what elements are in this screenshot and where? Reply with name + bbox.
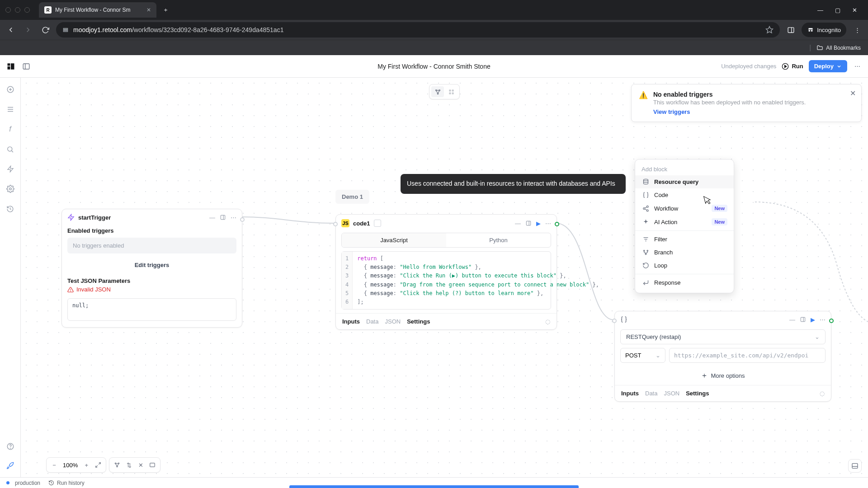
port-in[interactable] — [333, 222, 338, 226]
zoom-out-button[interactable]: − — [48, 460, 60, 470]
address-bar[interactable]: moodjoy1.retool.com/workflows/323cd092-8… — [56, 22, 780, 38]
node-more-button[interactable]: ⋯ — [545, 220, 551, 227]
view-flow-button[interactable] — [431, 86, 444, 97]
json-params-input[interactable]: null; — [67, 298, 236, 321]
footer-data[interactable]: Data — [366, 318, 378, 325]
svg-rect-9 — [8, 66, 10, 70]
rail-settings-button[interactable] — [6, 184, 15, 193]
resource-select[interactable]: RESTQuery (restapi) ⌄ — [620, 329, 826, 344]
rail-add-button[interactable] — [6, 85, 15, 94]
menu-item-label: Resource query — [654, 178, 698, 185]
window-close-icon[interactable]: ✕ — [852, 7, 857, 14]
minimap-button[interactable] — [146, 460, 158, 470]
reload-button[interactable] — [39, 23, 52, 36]
svg-point-44 — [646, 210, 648, 211]
menu-ai-action[interactable]: AI Action New — [635, 215, 734, 229]
forward-button[interactable] — [22, 23, 34, 36]
url-input[interactable]: https://example_site.com/api/v2/endpoi — [669, 348, 826, 363]
svg-point-6 — [809, 30, 811, 32]
menu-loop[interactable]: Loop — [635, 259, 734, 272]
bottom-right-panel-button[interactable] — [848, 459, 862, 473]
menu-filter[interactable]: Filter — [635, 233, 734, 246]
footer-inputs[interactable]: Inputs — [621, 390, 639, 397]
node-panel-button[interactable] — [525, 220, 532, 226]
node-more-button[interactable]: ⋯ — [820, 316, 826, 323]
new-tab-button[interactable]: ＋ — [159, 4, 172, 16]
query-node[interactable]: — ▶ ⋯ RESTQuery (restapi) ⌄ POST ⌄ https… — [614, 311, 831, 402]
toggle-sidebar-button[interactable] — [22, 62, 31, 71]
http-method-select[interactable]: POST ⌄ — [620, 348, 665, 363]
run-button[interactable]: Run — [782, 63, 803, 70]
menu-item-label: Loop — [654, 262, 667, 269]
port-in[interactable] — [612, 319, 617, 323]
tab-favicon: R — [44, 6, 52, 14]
rail-blocks-button[interactable] — [6, 105, 15, 114]
rail-help-button[interactable] — [6, 442, 15, 451]
notif-close-button[interactable]: ✕ — [850, 89, 856, 98]
window-minimize-icon[interactable]: — — [817, 7, 823, 14]
footer-settings[interactable]: Settings — [407, 318, 430, 325]
node-panel-button[interactable] — [800, 316, 806, 323]
node-run-button[interactable]: ▶ — [536, 220, 541, 227]
node-collapse-button[interactable]: — — [515, 220, 521, 227]
svg-point-43 — [643, 207, 645, 209]
more-options-button[interactable]: ＋ More options — [615, 366, 831, 385]
node-collapse-button[interactable]: — — [789, 316, 795, 323]
node-panel-button[interactable] — [220, 214, 226, 221]
zoom-in-button[interactable]: + — [80, 460, 92, 470]
svg-rect-4 — [788, 27, 794, 32]
port-out[interactable] — [240, 217, 245, 222]
tab-javascript[interactable]: JavaScript — [342, 233, 446, 247]
group-label[interactable]: Demo 1 — [335, 190, 369, 204]
footer-data[interactable]: Data — [645, 390, 657, 397]
status-run-history[interactable]: Run history — [48, 480, 85, 486]
back-button[interactable] — [5, 23, 17, 36]
footer-inputs[interactable]: Inputs — [342, 318, 360, 325]
notif-link[interactable]: View triggers — [653, 108, 690, 115]
site-settings-icon[interactable] — [62, 27, 69, 33]
bookmark-star-icon[interactable] — [765, 26, 774, 34]
arrange-button[interactable]: ⇅ — [123, 460, 135, 470]
code-editor[interactable]: 123456 return [ { message: "Hello from W… — [341, 251, 551, 310]
code-node[interactable]: JS code1 — ▶ ⋯ JavaScript Python 123456 … — [335, 214, 557, 330]
clear-button[interactable]: ✕ — [135, 460, 146, 470]
menu-code[interactable]: Code — [635, 188, 734, 202]
app-logo[interactable] — [6, 62, 15, 71]
port-out-green[interactable] — [555, 222, 559, 226]
rail-functions-button[interactable]: f — [6, 125, 15, 134]
menu-branch[interactable]: Branch — [635, 246, 734, 259]
side-panel-button[interactable] — [784, 23, 797, 36]
menu-resource-query[interactable]: Resource query — [635, 175, 734, 188]
enabled-triggers-label: Enabled triggers — [62, 227, 242, 234]
edit-triggers-button[interactable]: Edit triggers — [62, 257, 242, 273]
node-run-button[interactable]: ▶ — [811, 316, 815, 323]
zoom-fit-button[interactable] — [92, 460, 104, 470]
browser-tab[interactable]: R My First Workflow - Connor Sm ✕ — [39, 2, 156, 18]
node-collapse-button[interactable]: — — [209, 214, 215, 221]
footer-settings[interactable]: Settings — [686, 390, 709, 397]
footer-json[interactable]: JSON — [385, 318, 401, 325]
port-out-green[interactable] — [829, 319, 834, 323]
svg-line-57 — [96, 465, 98, 467]
start-trigger-node[interactable]: startTrigger — ⋯ Enabled triggers No tri… — [61, 209, 242, 328]
rail-rocket-button[interactable] — [6, 461, 15, 470]
auto-layout-button[interactable] — [111, 460, 123, 470]
svg-point-60 — [117, 466, 118, 467]
browser-menu-button[interactable]: ⋮ — [851, 23, 863, 36]
view-list-button[interactable] — [445, 86, 458, 97]
menu-response[interactable]: Response — [635, 276, 734, 289]
tab-close-icon[interactable]: ✕ — [146, 7, 151, 13]
window-maximize-icon[interactable]: ▢ — [835, 7, 840, 14]
tab-python[interactable]: Python — [446, 233, 551, 247]
rail-triggers-button[interactable] — [6, 164, 15, 174]
node-more-button[interactable]: ⋯ — [231, 214, 236, 221]
rail-search-button[interactable] — [6, 145, 15, 154]
header-more-button[interactable]: ⋯ — [853, 62, 862, 71]
footer-json[interactable]: JSON — [664, 390, 679, 397]
incognito-chip[interactable]: Incognito — [802, 23, 846, 37]
deploy-button[interactable]: Deploy — [809, 60, 847, 72]
all-bookmarks-button[interactable]: All Bookmarks — [816, 44, 861, 51]
menu-workflow[interactable]: Workflow New — [635, 202, 734, 215]
status-environment[interactable]: production — [6, 480, 40, 486]
rail-history-button[interactable] — [6, 204, 15, 213]
